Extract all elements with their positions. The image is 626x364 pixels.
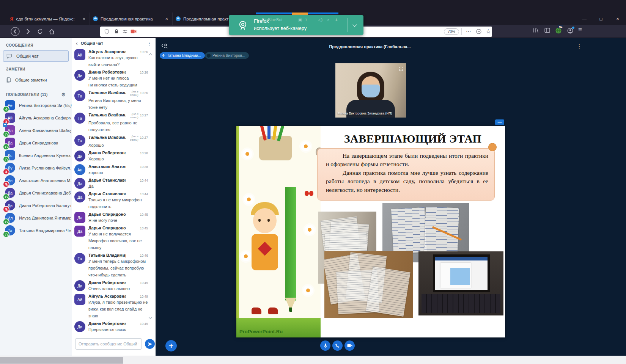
user-list-item[interactable]: Лу Луиза Руслановна Файзул... (0, 162, 72, 174)
avatar: Кс (5, 150, 15, 160)
webcam-video[interactable]: Регина Викторовна Зиганурова (ИП) (335, 63, 406, 118)
hamburger-menu-icon[interactable]: ≡ (578, 26, 582, 34)
user-list-item[interactable]: Да Дарья Станиславовна Доб... (0, 187, 72, 199)
webcam-icon (237, 20, 249, 33)
tracking-shield-icon[interactable] (104, 29, 110, 36)
avatar: Да (74, 226, 85, 237)
home-button[interactable] (47, 27, 57, 36)
forward-button[interactable] (23, 27, 33, 36)
user-list-item[interactable]: Ди Диана Робертовна Балягут... (0, 199, 72, 212)
hide-userlist-icon[interactable] (161, 43, 169, 50)
avatar: Да (74, 178, 85, 189)
user-list-item[interactable]: Кс Ксения Андреевна Кулемза... (0, 149, 72, 162)
sidebar-item-public-chat[interactable]: Общий чат (3, 50, 69, 62)
scrollbar-thumb[interactable] (0, 357, 123, 364)
page-actions-icon[interactable]: ⋯ (466, 28, 471, 34)
window-minimize-button[interactable]: — (576, 13, 593, 25)
message-text: Регина Викторовна, у меня тоже нету (88, 98, 141, 110)
presentation-fullscreen-icon[interactable] (498, 315, 503, 322)
horizontal-scrollbar[interactable] (0, 356, 626, 364)
extension-globe-icon[interactable]: NL (555, 27, 562, 36)
library-icon[interactable] (533, 27, 539, 35)
message-text: У меня нет ни плюса ни кнопки стать веду… (88, 76, 137, 87)
chat-scroll-down-arrow[interactable] (149, 315, 153, 319)
lock-icon[interactable] (114, 29, 119, 36)
laptop-screen (433, 254, 490, 292)
new-tab-button[interactable]: + (335, 16, 338, 23)
permissions-icon[interactable] (122, 29, 128, 36)
window-close-button[interactable]: × (609, 13, 626, 25)
users-settings-gear-icon[interactable]: ⚙ (61, 92, 66, 97)
actions-plus-button[interactable]: + (165, 340, 177, 351)
user-list-item[interactable]: Та Татьяна Владимировна Чер... (0, 224, 72, 237)
message-text: Прерывается связь (88, 327, 126, 332)
message-text: Я не могу поче (88, 218, 117, 223)
user-name: Татьяна Владимировна Чер... (19, 228, 71, 233)
tab-yandex[interactable]: Я сдо бгпу акмуллы — Яндекс: × (7, 13, 90, 25)
webcam-fullscreen-icon[interactable] (399, 66, 403, 72)
message-text: У меня не получается Микрофон включаю, в… (88, 232, 142, 250)
avatar: Та (74, 90, 85, 101)
message-text: Очень плохо слышно (88, 286, 130, 291)
avatar: Та (74, 135, 85, 146)
user-name: Дарья Спиридонова (19, 141, 58, 145)
ghost-tab-title: BigBlueBut (262, 17, 282, 22)
users-section-label: ПОЛЬЗОВАТЕЛИ (11) (6, 93, 48, 97)
message-text: Илуза, я твою презентацию не вижу, как в… (88, 300, 148, 318)
share-webcam-button[interactable] (344, 340, 355, 351)
talking-indicator-pill[interactable]: Татьяна Владими... (160, 52, 205, 59)
user-list-item[interactable]: Ал Алёна Фанзильевна Шайху... (0, 124, 72, 136)
back-button[interactable] (10, 27, 20, 36)
pocket-icon[interactable] (476, 28, 482, 36)
tab-close-icon[interactable]: × (81, 16, 87, 22)
meeting-options-kebab-icon[interactable]: ⋮ (577, 43, 582, 49)
account-icon[interactable] (567, 27, 574, 36)
user-list-item[interactable]: Ил Илуза Даниловна Янтимир... (0, 212, 72, 224)
audio-status-badge (3, 169, 9, 174)
user-list-item[interactable]: Да Дарья Спиридонова (0, 136, 72, 149)
message-offline-tag: (не в сети) (127, 135, 138, 141)
message-timestamp: 10:26 (140, 70, 148, 74)
banner-curl (488, 143, 497, 151)
tab-title: сдо бгпу акмуллы — Яндекс: (16, 17, 79, 21)
mute-microphone-button[interactable] (320, 340, 330, 351)
notification-chevron-icon[interactable] (352, 22, 357, 27)
tab-bbb-meeting[interactable]: Преддипломная практика × (90, 13, 172, 25)
leave-audio-button[interactable] (332, 340, 343, 351)
zoom-level-badge[interactable]: 70% (444, 28, 459, 35)
sidebar-item-shared-notes[interactable]: Общие заметки (3, 74, 69, 86)
chat-message-input[interactable] (75, 338, 142, 350)
message-sender: Дарья Спиридонова (88, 212, 126, 217)
reload-button[interactable] (35, 27, 45, 36)
chat-back-chevron-icon[interactable]: ‹ (76, 40, 78, 46)
tab-close-icon[interactable]: × (164, 16, 169, 22)
avatar: Да (5, 138, 15, 148)
talker-name: Регина Викторов... (212, 53, 245, 58)
ghost-bbb-favicon: ● (256, 18, 259, 22)
video-camera-icon (347, 344, 352, 348)
message-offline-tag: (не в сети) (127, 113, 138, 119)
send-message-button[interactable] (145, 339, 155, 349)
message-sender: Дарья Спиридонова (88, 226, 126, 230)
bookmark-star-icon[interactable]: ☆ (486, 28, 491, 35)
bigbluebutton-app: СООБЩЕНИЯ Общий чат ЗАМЕТКИ Общие заметк… (0, 38, 626, 356)
minimize-presentation-button[interactable]: — (495, 119, 504, 125)
window-maximize-button[interactable]: □ (593, 13, 609, 25)
user-list-item[interactable]: Ан Анастасия Анатольевна Ма... (0, 174, 72, 187)
chat-message: Да Дарья Станиславовна Доб... 10:44 Да (74, 178, 148, 189)
message-sender: Айгуль Аскаровна Сафар... (88, 49, 126, 54)
camera-in-use-icon[interactable] (131, 29, 137, 36)
user-list-item[interactable]: Ай Айгуль Аскаровна Сафарга... (0, 111, 72, 124)
avatar: Ай (74, 49, 85, 60)
user-list-item[interactable]: Ре Регина Викторовна Зиг... (Вы) (0, 99, 72, 111)
audio-status-badge (3, 194, 9, 199)
chat-bubble-icon (6, 53, 13, 59)
talking-indicator-pill-muted[interactable]: Регина Викторов... (205, 52, 249, 59)
avatar: Та (74, 113, 85, 124)
avatar: Ан (74, 164, 85, 175)
chat-message: Ди Диана Робертовна Балягут... 10:26 У м… (74, 70, 148, 88)
user-name: Ксения Андреевна Кулемза... (19, 153, 71, 158)
sidebar-toggle-icon[interactable] (544, 27, 551, 35)
chat-scroll-up-arrow[interactable] (149, 53, 153, 57)
chat-options-kebab-icon[interactable]: ⋮ (147, 41, 152, 46)
